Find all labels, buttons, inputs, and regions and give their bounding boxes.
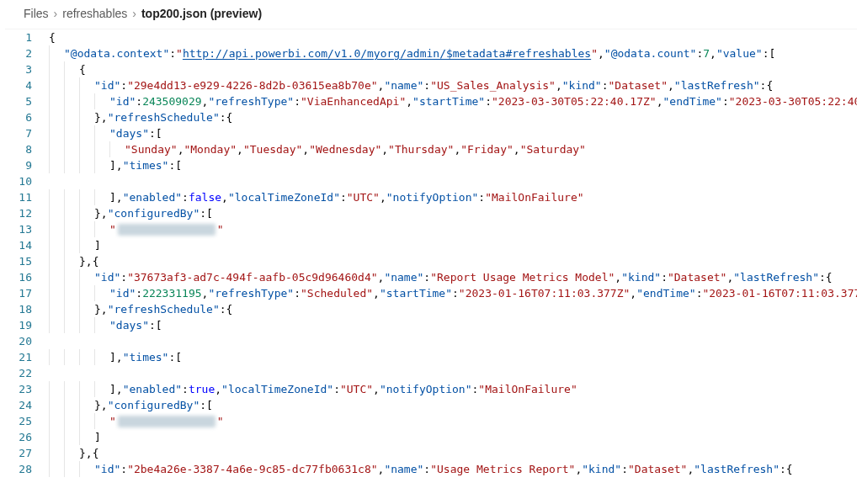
code-line: },{: [45, 253, 857, 269]
code-line: },"refreshSchedule":{: [45, 109, 857, 125]
line-number: 26: [5, 429, 32, 445]
line-number: 5: [5, 93, 32, 109]
code-line: "days":[: [45, 317, 857, 333]
line-number: 4: [5, 77, 32, 93]
line-number: 6: [5, 109, 32, 125]
code-line: ],"times":[: [45, 157, 857, 173]
chevron-right-icon: ›: [54, 7, 58, 20]
code-line: "": [45, 221, 857, 237]
line-number: 12: [5, 205, 32, 221]
redacted-value: [118, 416, 216, 427]
line-number: 23: [5, 381, 32, 397]
line-number: 21: [5, 349, 32, 365]
chevron-right-icon: ›: [132, 7, 136, 20]
code-line: "days":[: [45, 125, 857, 141]
line-number: 14: [5, 237, 32, 253]
code-line: ]: [45, 429, 857, 445]
code-line: "Sunday","Monday","Tuesday","Wednesday",…: [45, 141, 857, 157]
breadcrumb: Files › refreshables › top200.json (prev…: [5, 0, 857, 29]
line-number: 16: [5, 269, 32, 285]
line-number: 7: [5, 125, 32, 141]
line-number: 22: [5, 365, 32, 381]
odata-context-url: http://api.powerbi.com/v1.0/myorg/admin/…: [183, 47, 591, 60]
redacted-value: [118, 224, 216, 236]
line-number: 17: [5, 285, 32, 301]
line-number: 10: [5, 173, 32, 189]
line-number: 3: [5, 61, 32, 77]
line-number-gutter: 1234567891011121314151617181920212223242…: [5, 29, 45, 477]
line-number: 25: [5, 413, 32, 429]
code-line: },"refreshSchedule":{: [45, 301, 857, 317]
code-line: ],"enabled":true,"localTimeZoneId":"UTC"…: [45, 381, 857, 397]
code-line: },{: [45, 445, 857, 461]
breadcrumb-segment-current: top200.json (preview): [141, 7, 262, 20]
line-number: 9: [5, 157, 32, 173]
json-editor[interactable]: 1234567891011121314151617181920212223242…: [5, 29, 857, 477]
line-number: 27: [5, 445, 32, 461]
code-line: "@odata.context":"http://api.powerbi.com…: [45, 45, 857, 61]
line-number: 15: [5, 253, 32, 269]
code-line: [45, 173, 857, 189]
code-line: [45, 333, 857, 349]
code-line: "id":"37673af3-ad7c-494f-aafb-05c9d96460…: [45, 269, 857, 285]
code-line: ],"enabled":false,"localTimeZoneId":"UTC…: [45, 189, 857, 205]
code-line: ]: [45, 237, 857, 253]
line-number: 19: [5, 317, 32, 333]
code-line: "id":222331195,"refreshType":"Scheduled"…: [45, 285, 857, 301]
code-line: [45, 365, 857, 381]
code-line: "id":"2be4a26e-3387-4a6e-9c85-dc77fb0631…: [45, 461, 857, 477]
line-number: 11: [5, 189, 32, 205]
code-line: {: [45, 29, 857, 45]
code-line: },"configuredBy":[: [45, 205, 857, 221]
line-number: 8: [5, 141, 32, 157]
code-line: "id":"29e4dd13-e929-4226-8d2b-03615ea8b7…: [45, 77, 857, 93]
code-line: },"configuredBy":[: [45, 397, 857, 413]
code-line: ],"times":[: [45, 349, 857, 365]
breadcrumb-segment[interactable]: Files: [24, 7, 49, 20]
line-number: 18: [5, 301, 32, 317]
code-line: "": [45, 413, 857, 429]
line-number: 1: [5, 29, 32, 45]
line-number: 20: [5, 333, 32, 349]
line-number: 24: [5, 397, 32, 413]
line-number: 2: [5, 45, 32, 61]
line-number: 13: [5, 221, 32, 237]
line-number: 28: [5, 461, 32, 477]
code-area[interactable]: {"@odata.context":"http://api.powerbi.co…: [45, 29, 857, 477]
code-line: {: [45, 61, 857, 77]
breadcrumb-segment[interactable]: refreshables: [62, 7, 127, 20]
code-line: "id":243509029,"refreshType":"ViaEnhance…: [45, 93, 857, 109]
